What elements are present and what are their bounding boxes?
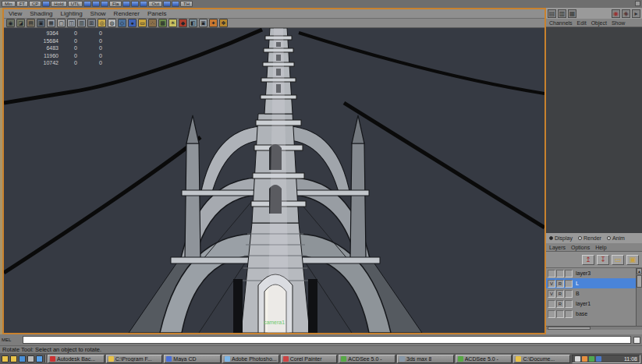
- layer-display-type-checkbox[interactable]: R: [556, 280, 564, 288]
- layer-list-hscrollbar[interactable]: [546, 326, 642, 330]
- channel-box-menu-item[interactable]: Channels: [549, 20, 573, 26]
- layer-display-type-checkbox[interactable]: [556, 310, 564, 318]
- shelf-tab[interactable]: FT: [16, 1, 28, 7]
- move-layer-down-icon[interactable]: ↧: [597, 255, 609, 265]
- layer-editor-menu-item[interactable]: Options: [571, 245, 590, 250]
- taskbar-button[interactable]: Corel Painter: [281, 355, 338, 363]
- shelf-tab[interactable]: [83, 1, 91, 7]
- taskbar-button[interactable]: ACDSee 5.0 -: [456, 355, 513, 363]
- smooth-shade-icon[interactable]: ●: [128, 19, 137, 27]
- bounding-box-icon[interactable]: ▭: [138, 19, 147, 27]
- L[interactable]: V R L: [546, 278, 636, 288]
- manipulator-icon[interactable]: ◉: [612, 9, 620, 18]
- shelf-tab[interactable]: Hold: [51, 1, 66, 7]
- resolution-gate-icon[interactable]: ◫: [67, 19, 76, 27]
- layer-color-swatch[interactable]: [565, 290, 573, 298]
- scroll-up-icon[interactable]: ▲: [637, 268, 642, 274]
- shelf-tab[interactable]: Min: [2, 1, 16, 7]
- B[interactable]: V R B: [546, 288, 636, 299]
- isolate-select-icon[interactable]: ▣: [199, 19, 207, 27]
- taskbar-button[interactable]: ACDSee 5.0 -: [339, 355, 395, 363]
- viewport-menu-item[interactable]: Show: [90, 10, 106, 17]
- viewport-canvas[interactable]: 9364 0 0 15684 0 0 6483 0 0: [4, 28, 544, 333]
- layer-visibility-checkbox[interactable]: V: [548, 290, 555, 298]
- shelf-tab[interactable]: [122, 1, 130, 7]
- expand-icon[interactable]: ▸: [632, 9, 640, 18]
- shelf-tab[interactable]: [163, 1, 171, 7]
- field-chart-icon[interactable]: ⊞: [87, 19, 96, 27]
- channel-box-menu-item[interactable]: Edit: [577, 20, 587, 26]
- shelf-tab[interactable]: TH: [180, 1, 193, 7]
- layer-color-swatch[interactable]: [565, 270, 573, 277]
- layer-color-swatch[interactable]: [565, 300, 573, 308]
- gate-mask-icon[interactable]: ▥: [77, 19, 86, 27]
- new-empty-layer-icon[interactable]: ▭: [612, 255, 624, 265]
- new-layer-from-selected-icon[interactable]: ▣: [626, 255, 639, 265]
- taskbar-button[interactable]: 3ds max 8: [397, 355, 454, 363]
- xray-icon[interactable]: ◧: [189, 19, 197, 27]
- image-plane-icon[interactable]: ▣: [37, 19, 45, 27]
- folder-icon[interactable]: [10, 355, 17, 362]
- grid-icon[interactable]: ▦: [47, 19, 55, 27]
- safe-title-icon[interactable]: ◍: [108, 19, 116, 27]
- hscrollbar-thumb[interactable]: [548, 327, 591, 330]
- taskbar-button[interactable]: Maya CD: [164, 355, 221, 363]
- layer-mode-radio[interactable]: Display: [549, 235, 573, 241]
- shelf-tab[interactable]: [101, 1, 108, 7]
- base[interactable]: base: [546, 309, 636, 319]
- layer-visibility-checkbox[interactable]: [548, 270, 555, 277]
- ornament-icon[interactable]: ❖: [219, 19, 228, 27]
- folder-icon[interactable]: [2, 355, 9, 362]
- script-editor-button[interactable]: [633, 337, 640, 344]
- key-icon[interactable]: ◈: [622, 9, 630, 18]
- shelf-end-button[interactable]: [635, 1, 640, 6]
- taskbar-button[interactable]: Adobe Photosho...: [222, 355, 279, 363]
- viewport-menu-item[interactable]: Shading: [30, 10, 52, 17]
- layer-mode-radio[interactable]: Render: [578, 235, 601, 241]
- move-layer-up-icon[interactable]: ↥: [582, 255, 594, 265]
- viewport-menu-item[interactable]: View: [9, 10, 22, 17]
- layer-display-type-checkbox[interactable]: R: [556, 300, 564, 308]
- film-gate-icon[interactable]: ▢: [57, 19, 66, 27]
- camera-select-icon[interactable]: ◉: [6, 19, 15, 27]
- channel-box-menu-item[interactable]: Show: [612, 20, 626, 26]
- layer-color-swatch[interactable]: [565, 310, 573, 318]
- shelf-tab[interactable]: Out: [148, 1, 162, 7]
- layer-display-type-checkbox[interactable]: R: [556, 290, 564, 298]
- antivirus-icon[interactable]: [582, 356, 587, 362]
- wireframe-icon[interactable]: ◇: [118, 19, 126, 27]
- channel-box-toggle-icon[interactable]: ▤: [548, 9, 556, 18]
- channel-layer-toggle-icon[interactable]: ▦: [568, 9, 576, 18]
- volume-icon[interactable]: [575, 356, 580, 362]
- shelf-tab[interactable]: [140, 1, 147, 7]
- textured-icon[interactable]: ▩: [158, 19, 167, 27]
- layer-editor-menu-item[interactable]: Layers: [549, 245, 566, 250]
- layer-visibility-checkbox[interactable]: V: [548, 280, 555, 288]
- shelf-tab[interactable]: [42, 1, 50, 7]
- safe-action-icon[interactable]: ◎: [98, 19, 106, 27]
- points-icon[interactable]: ∴: [148, 19, 157, 27]
- document-icon[interactable]: [27, 355, 34, 362]
- taskbar-button[interactable]: Autodesk Bac...: [48, 355, 105, 363]
- layer3[interactable]: layer3: [546, 268, 636, 278]
- command-line-input[interactable]: [23, 336, 631, 344]
- scrollbar-thumb[interactable]: [637, 275, 642, 288]
- layer-editor-toggle-icon[interactable]: ▥: [558, 9, 566, 18]
- taskbar-button[interactable]: C:\Docume...: [513, 355, 570, 363]
- layer-color-swatch[interactable]: [565, 280, 573, 288]
- shelf-tab[interactable]: [172, 1, 179, 7]
- messenger-icon[interactable]: [589, 356, 594, 362]
- channel-box-menu-item[interactable]: Object: [591, 20, 607, 26]
- layer-visibility-checkbox[interactable]: [548, 310, 555, 318]
- taskbar-button[interactable]: C:\Program F...: [106, 355, 163, 363]
- layer-visibility-checkbox[interactable]: [548, 300, 555, 308]
- network-icon[interactable]: [596, 356, 601, 362]
- shadows-icon[interactable]: ◆: [179, 19, 187, 27]
- paint-effects-icon[interactable]: ✦: [209, 19, 218, 27]
- layer1[interactable]: R layer1: [546, 299, 636, 309]
- shelf-tab[interactable]: UTL: [68, 1, 83, 7]
- shelf-tab[interactable]: Fla: [109, 1, 122, 7]
- shelf-tab[interactable]: [92, 1, 100, 7]
- internet-icon[interactable]: [19, 355, 26, 362]
- lights-icon[interactable]: ☀: [168, 19, 177, 27]
